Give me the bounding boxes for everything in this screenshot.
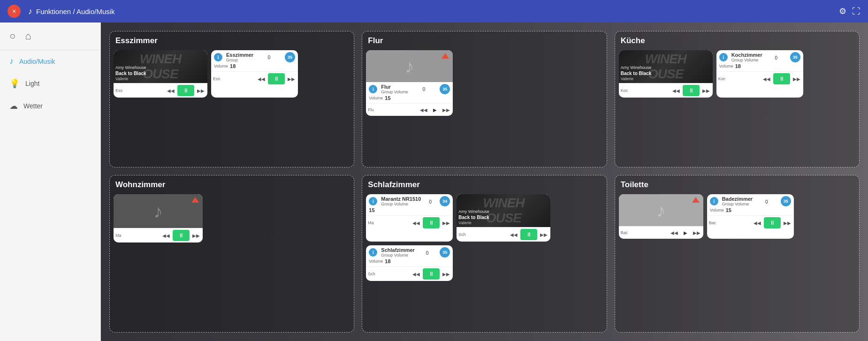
prev-btn-schlaf-group[interactable]: ◀◀ xyxy=(411,269,421,279)
next-btn-schlaf-art[interactable]: ▶▶ xyxy=(539,230,548,239)
prev-btn-flur[interactable]: ◀◀ xyxy=(419,105,428,114)
card-controls-ess-group: Ess ◀◀ ⏸ ▶▶ xyxy=(211,71,298,86)
prev-btn-ess[interactable]: ◀◀ xyxy=(166,86,175,95)
play-pause-btn-wohn[interactable]: ⏸ xyxy=(173,230,190,241)
prev-btn-marantz[interactable]: ◀◀ xyxy=(411,218,421,227)
prev-btn-schlaf-art[interactable]: ◀◀ xyxy=(509,230,518,239)
play-btn-flur[interactable]: ▶ xyxy=(430,105,440,114)
player-card-bad-group: i Badezimmer Group Volume 0 35 Volume 15 xyxy=(707,194,794,239)
next-btn-koc-group[interactable]: ▶▶ xyxy=(792,74,801,83)
card-artist-ess: Amy Winehouse xyxy=(115,65,146,71)
play-pause-btn-schlaf-art[interactable]: ⏸ xyxy=(520,229,537,240)
prev-btn-ess-group[interactable]: ◀◀ xyxy=(257,74,266,83)
next-btn-bad-group[interactable]: ▶▶ xyxy=(783,218,792,227)
card-group-label-ess: Group xyxy=(226,58,253,62)
card-controls-bad-group: Bac ◀◀ ⏸ ▶▶ xyxy=(707,215,794,230)
card-title-koc: Back to Black xyxy=(621,70,652,76)
next-btn-schlaf-group[interactable]: ▶▶ xyxy=(442,269,451,279)
room-kueche-title: Küche xyxy=(619,35,855,46)
play-pause-btn-marantz[interactable]: ⏸ xyxy=(423,217,440,228)
play-pause-btn-koc[interactable]: ⏸ xyxy=(683,85,700,96)
muted-icon-flur xyxy=(442,53,449,59)
player-card-schlaf-group: i Schlafzimmer Group Volume 0 35 Volume … xyxy=(366,245,453,281)
room-schlafzimmer: Schlafzimmer i Marantz NR1510 Group Volu… xyxy=(362,175,607,333)
card-zone-name-ess: Esszimmer xyxy=(226,52,253,58)
next-btn-toi[interactable]: ▶▶ xyxy=(692,228,701,237)
fullscreen-icon[interactable]: ⛶ xyxy=(852,7,860,16)
player-card-ess-group: i Esszimmer Group 0 35 Volume xyxy=(211,50,298,98)
sidebar-item-light[interactable]: 💡 Light xyxy=(0,72,100,95)
card-controls-schlaf-art: Sch ◀◀ ⏸ ▶▶ xyxy=(457,227,550,242)
close-button[interactable]: × xyxy=(8,5,21,18)
page-title: ♪ Funktionen / Audio/Musik xyxy=(28,7,839,16)
next-btn-wohn[interactable]: ▶▶ xyxy=(191,231,201,240)
info-badge-bad[interactable]: i xyxy=(710,197,718,205)
sidebar-item-audio[interactable]: ♪ Audio/Musik xyxy=(0,50,100,72)
info-badge-marantz[interactable]: i xyxy=(369,197,377,205)
next-btn-koc[interactable]: ▶▶ xyxy=(701,86,711,95)
info-badge-koc[interactable]: i xyxy=(719,53,728,61)
sidebar-home-icon[interactable]: ⌂ xyxy=(25,30,31,42)
room-toilette-title: Toilette xyxy=(619,179,855,190)
sidebar-item-audio-label: Audio/Musik xyxy=(19,58,55,65)
card-zone-name-flur: Flur xyxy=(381,84,408,90)
top-bar: × ♪ Funktionen / Audio/Musik ⚙ ⛶ xyxy=(0,0,868,23)
card-zone-ess: Ess xyxy=(115,88,164,93)
card-controls-flur: Flu ◀◀ ▶ ▶▶ xyxy=(366,103,453,116)
card-title-schlaf: Back to Black xyxy=(458,214,489,220)
card-zone-row-ess: i Esszimmer Group 0 35 xyxy=(214,52,295,62)
play-pause-btn-bad-group[interactable]: ⏸ xyxy=(764,217,781,228)
top-bar-actions: ⚙ ⛶ xyxy=(839,6,860,16)
play-pause-btn-koc-group[interactable]: ⏸ xyxy=(773,73,790,84)
room-kueche-cards: WINEHOUSE Amy Winehouse Back to Black Va… xyxy=(619,50,855,98)
card-zone-name-schlaf-group: Schlafzimmer xyxy=(381,247,415,253)
prev-btn-toi[interactable]: ◀◀ xyxy=(670,228,679,237)
group-vol-badge-bad: 35 xyxy=(781,196,791,206)
card-group-label-schlaf-group: Group Volume xyxy=(381,253,415,258)
card-body-ess-group: i Esszimmer Group 0 35 Volume xyxy=(211,50,298,71)
music-icon: ♪ xyxy=(28,7,32,16)
room-flur-title: Flur xyxy=(366,35,602,46)
room-wohnzimmer: Wohnzimmer ♪ Ma ◀◀ ⏸ ▶▶ xyxy=(109,175,354,333)
room-esszimmer-title: Esszimmer xyxy=(114,35,350,46)
play-pause-btn-ess-group[interactable]: ⏸ xyxy=(268,73,285,84)
info-badge-schlaf-group[interactable]: i xyxy=(369,248,377,257)
next-btn-flur[interactable]: ▶▶ xyxy=(442,105,451,114)
card-controls-schlaf-group: Sch ◀◀ ⏸ ▶▶ xyxy=(366,266,453,281)
card-vol-val-schlaf-group: 18 xyxy=(385,258,390,264)
play-pause-btn-ess[interactable]: ⏸ xyxy=(177,85,194,96)
card-vol-val-bad: 15 xyxy=(726,207,731,213)
audio-icon: ♪ xyxy=(9,56,14,66)
settings-icon[interactable]: ⚙ xyxy=(839,6,846,16)
light-icon: 💡 xyxy=(9,78,20,89)
music-card-art-toi: ♪ xyxy=(619,194,703,226)
prev-btn-wohn[interactable]: ◀◀ xyxy=(161,231,171,240)
prev-btn-koc-group[interactable]: ◀◀ xyxy=(762,74,771,83)
sidebar-top-icons: ○ ⌂ xyxy=(0,23,100,50)
card-subtitle-ess: Valerie xyxy=(115,76,146,82)
next-btn-ess-group[interactable]: ▶▶ xyxy=(287,74,296,83)
play-pause-btn-schlaf-group[interactable]: ⏸ xyxy=(423,268,440,280)
main-content: Esszimmer WINEHOUSE Amy Winehouse Back t… xyxy=(101,23,868,341)
info-badge-flur[interactable]: i xyxy=(369,85,377,93)
sidebar-item-wetter-label: Wetter xyxy=(23,102,43,110)
music-note-icon-toi: ♪ xyxy=(656,200,666,221)
prev-btn-bad-group[interactable]: ◀◀ xyxy=(753,218,762,227)
sidebar-circle-icon[interactable]: ○ xyxy=(9,30,15,42)
player-card-schlaf-art: WINEHOUSE Amy Winehouse Back to Black Va… xyxy=(457,194,550,242)
card-vol-val-ess: 18 xyxy=(230,63,236,69)
card-body-flur: i Flur Group Volume 0 35 Volume xyxy=(366,82,453,103)
next-btn-ess[interactable]: ▶▶ xyxy=(196,86,206,95)
next-btn-marantz[interactable]: ▶▶ xyxy=(442,218,451,227)
room-esszimmer-cards: WINEHOUSE Amy Winehouse Back to Black Va… xyxy=(114,50,350,98)
card-group-label-flur: Group Volume xyxy=(381,90,408,94)
info-badge-ess[interactable]: i xyxy=(214,53,222,61)
muted-icon-toi xyxy=(692,197,700,203)
card-zone-name-koc: Kochzimmer xyxy=(731,52,762,58)
prev-btn-koc[interactable]: ◀◀ xyxy=(671,86,681,95)
room-wohnzimmer-title: Wohnzimmer xyxy=(114,179,350,190)
music-card-flur: ♪ i Flur Group Volume 0 xyxy=(366,50,453,116)
sidebar-item-wetter[interactable]: ☁ Wetter xyxy=(0,95,100,117)
card-group-label-bad: Group Volume xyxy=(722,202,753,206)
play-btn-toi[interactable]: ▶ xyxy=(681,228,690,237)
